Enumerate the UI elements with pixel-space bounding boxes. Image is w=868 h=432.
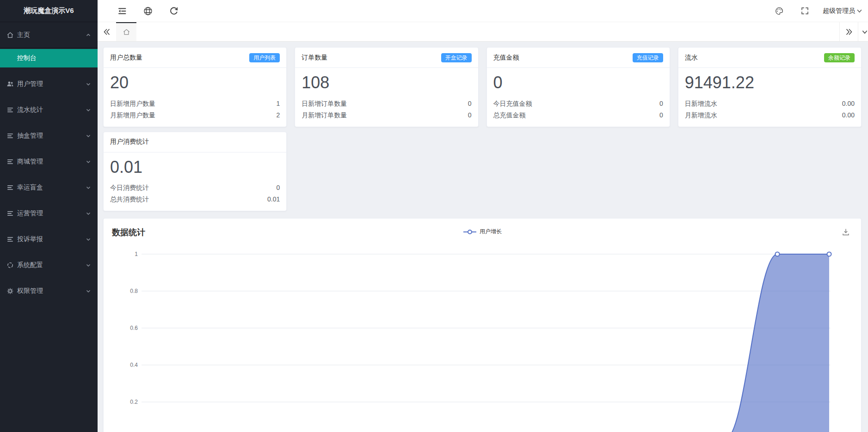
sidebar-item-complaints[interactable]: 投诉举报 bbox=[0, 226, 98, 252]
stat-row: 总充值金额 0 bbox=[493, 110, 663, 121]
sidebar-item-operations[interactable]: 运营管理 bbox=[0, 201, 98, 226]
stat-card-orders: 订单数量 开盒记录 108 日新增订单数量 0 月新增订单数量 0 bbox=[295, 47, 478, 127]
chevron-down-icon bbox=[862, 29, 868, 35]
home-icon bbox=[123, 28, 130, 36]
menu-collapse-icon[interactable] bbox=[117, 6, 127, 16]
users-icon bbox=[6, 80, 14, 88]
stat-label: 今日消费统计 bbox=[110, 182, 149, 194]
tab-home[interactable] bbox=[116, 22, 136, 41]
stat-label: 月新增用户数量 bbox=[110, 110, 155, 121]
theme-palette-icon[interactable] bbox=[775, 6, 784, 16]
legend-label: 用户增长 bbox=[480, 228, 502, 236]
sidebar-item-flow-stats[interactable]: 流水统计 bbox=[0, 97, 98, 123]
stat-label: 日新增流水 bbox=[685, 98, 717, 110]
globe-icon[interactable] bbox=[143, 6, 153, 16]
chevron-down-icon bbox=[86, 237, 91, 242]
sidebar-item-lucky-box[interactable]: 幸运盲盒 bbox=[0, 175, 98, 201]
sidebar-item-users[interactable]: 用户管理 bbox=[0, 71, 98, 97]
user-growth-area-chart[interactable]: 1 0.8 0.6 0.4 0.2 bbox=[104, 246, 862, 432]
stat-row: 月新增用户数量 2 bbox=[110, 110, 280, 121]
main-content: 用户总数量 用户列表 20 日新增用户数量 1 月新增用户数量 2 订单数量 开… bbox=[98, 42, 868, 432]
chart-gridlines bbox=[142, 254, 831, 402]
chevron-down-icon bbox=[86, 107, 91, 113]
stat-value: 0 bbox=[659, 98, 663, 110]
chart-card: 数据统计 用户增长 1 0.8 0.6 0.4 0.2 bbox=[103, 218, 862, 432]
stat-label: 月新增订单数量 bbox=[302, 110, 347, 121]
card-value: 0.01 bbox=[110, 156, 280, 179]
y-tick-label: 0.2 bbox=[130, 399, 138, 405]
home-icon bbox=[6, 31, 14, 39]
card-title: 流水 bbox=[685, 54, 698, 62]
stat-row: 日新增用户数量 1 bbox=[110, 98, 280, 110]
sidebar-item-permissions[interactable]: 权限管理 bbox=[0, 278, 98, 304]
sidebar-item-console[interactable]: 控制台 bbox=[0, 49, 98, 67]
stat-row: 月新增流水 0.00 bbox=[685, 110, 855, 121]
data-point-marker bbox=[827, 252, 831, 256]
refresh-icon[interactable] bbox=[169, 6, 179, 16]
sidebar-item-label: 投诉举报 bbox=[17, 235, 86, 243]
stat-value: 0 bbox=[468, 98, 472, 110]
y-tick-label: 0.8 bbox=[130, 288, 138, 294]
chevron-down-icon bbox=[86, 81, 91, 87]
tabs-empty-area bbox=[136, 22, 839, 41]
sidebar-item-label: 流水统计 bbox=[17, 106, 86, 114]
sidebar-item-system-config[interactable]: 系统配置 bbox=[0, 252, 98, 278]
sidebar-item-label: 主页 bbox=[17, 31, 86, 39]
user-list-badge[interactable]: 用户列表 bbox=[249, 53, 280, 62]
card-value: 108 bbox=[302, 72, 471, 94]
stat-value: 0.00 bbox=[842, 98, 855, 110]
stat-value: 0.00 bbox=[842, 110, 855, 121]
chevron-down-icon bbox=[86, 185, 91, 190]
balance-records-badge[interactable]: 余额记录 bbox=[824, 53, 855, 62]
stat-label: 今日充值金额 bbox=[493, 98, 532, 110]
user-menu[interactable]: 超级管理员 bbox=[823, 7, 862, 15]
y-tick-label: 0.4 bbox=[130, 362, 138, 368]
stat-card-flow: 流水 余额记录 91491.22 日新增流水 0.00 月新增流水 0.00 bbox=[678, 47, 862, 127]
download-icon bbox=[842, 228, 850, 236]
card-title: 充值金额 bbox=[493, 54, 519, 62]
top-navbar: 超级管理员 bbox=[98, 0, 868, 22]
series-line bbox=[142, 254, 829, 432]
gear-icon bbox=[6, 287, 14, 295]
stat-label: 总共消费统计 bbox=[110, 194, 149, 205]
save-as-image-button[interactable] bbox=[842, 228, 850, 236]
stat-value: 1 bbox=[276, 98, 280, 110]
card-value: 91491.22 bbox=[685, 72, 855, 94]
settings-icon bbox=[6, 262, 14, 269]
sidebar-item-box-mgmt[interactable]: 抽盒管理 bbox=[0, 123, 98, 149]
stat-row: 月新增订单数量 0 bbox=[302, 110, 471, 121]
open-box-records-badge[interactable]: 开盒记录 bbox=[441, 53, 472, 62]
chevron-down-icon bbox=[86, 288, 91, 294]
data-point-marker bbox=[776, 252, 780, 256]
sidebar-item-label: 系统配置 bbox=[17, 261, 86, 269]
stat-label: 月新增流水 bbox=[685, 110, 717, 121]
list-icon bbox=[6, 184, 14, 191]
legend-item-user-growth[interactable]: 用户增长 bbox=[463, 228, 502, 236]
card-title: 用户消费统计 bbox=[110, 138, 149, 146]
chevron-down-icon bbox=[86, 133, 91, 139]
recharge-records-badge[interactable]: 充值记录 bbox=[633, 53, 663, 62]
chevron-up-icon bbox=[86, 32, 91, 38]
stat-value: 0 bbox=[659, 110, 663, 121]
sidebar-item-label: 权限管理 bbox=[17, 287, 86, 295]
fullscreen-icon[interactable] bbox=[800, 6, 810, 16]
legend-line-marker-icon bbox=[463, 229, 477, 235]
sidebar-item-label: 幸运盲盒 bbox=[17, 183, 86, 192]
sidebar-item-home[interactable]: 主页 bbox=[0, 22, 98, 48]
stat-value: 0 bbox=[276, 182, 280, 194]
stat-label: 日新增订单数量 bbox=[302, 98, 347, 110]
card-value: 0 bbox=[493, 72, 663, 94]
username: 超级管理员 bbox=[823, 7, 855, 15]
chevron-down-icon bbox=[856, 8, 862, 14]
stat-row: 今日充值金额 0 bbox=[493, 98, 663, 110]
stat-value: 0.01 bbox=[267, 194, 280, 205]
tabs-options-button[interactable] bbox=[858, 22, 868, 41]
sidebar-item-label: 用户管理 bbox=[17, 80, 86, 88]
tabs-scroll-right-button[interactable] bbox=[839, 22, 858, 41]
card-title: 订单数量 bbox=[302, 54, 327, 62]
tabs-scroll-left-button[interactable] bbox=[98, 22, 116, 41]
list-icon bbox=[6, 106, 14, 114]
sidebar-item-label: 运营管理 bbox=[17, 209, 86, 218]
y-tick-label: 1 bbox=[135, 251, 138, 257]
sidebar-item-mall-mgmt[interactable]: 商城管理 bbox=[0, 149, 98, 175]
